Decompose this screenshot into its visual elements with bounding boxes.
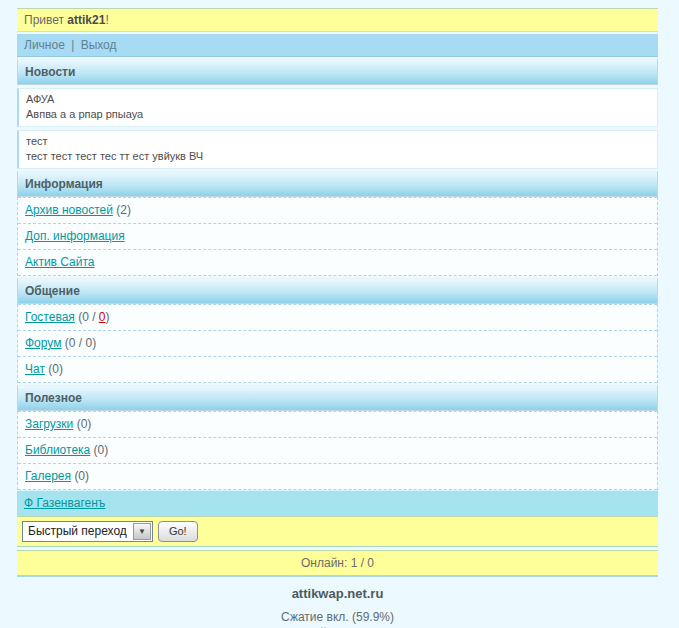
section-header-info: Информация — [17, 171, 658, 197]
link-site-activity[interactable]: Актив Сайта — [25, 255, 95, 269]
news-text: Авпва а а рпар рпыауа — [26, 107, 650, 122]
nav-link-logout[interactable]: Выход — [81, 38, 117, 52]
menu-row: Галерея (0) — [18, 464, 657, 490]
link-extra-info[interactable]: Доп. информация — [25, 229, 125, 243]
menu-row: Доп. информация — [18, 224, 657, 250]
count-badge: (0) — [74, 469, 89, 483]
chevron-down-icon[interactable]: ▼ — [133, 523, 151, 540]
count-badge: (2) — [116, 203, 131, 217]
count-prefix: (0 / — [78, 310, 99, 324]
online-counter-bar: Онлайн: 1 / 0 — [17, 550, 658, 577]
link-forum[interactable]: Форум — [25, 336, 61, 350]
menu-row: Архив новостей (2) — [18, 197, 657, 224]
menu-row: Форум (0 / 0) — [18, 331, 657, 357]
greeting-prefix: Привет — [24, 13, 64, 27]
news-text: тест тест тест тес тт ест увйукв ВЧ — [26, 149, 650, 164]
community-menu: Гостевая (0 / 0) Форум (0 / 0) Чат (0) — [17, 304, 658, 383]
user-nav-bar: Личное | Выход — [17, 34, 658, 57]
menu-row: Актив Сайта — [18, 250, 657, 276]
section-header-community: Общение — [17, 278, 658, 304]
link-downloads[interactable]: Загрузки — [25, 417, 73, 431]
useful-menu: Загрузки (0) Библиотека (0) Галерея (0) — [17, 411, 658, 490]
news-title: АФУА — [26, 92, 650, 107]
menu-row: Гостевая (0 / 0) — [18, 304, 657, 331]
count-badge: (0) — [77, 417, 92, 431]
link-gazenvagen[interactable]: Ф Газенвагенъ — [24, 496, 105, 510]
greeting-suffix: ! — [105, 13, 108, 27]
compression-status: Сжатие вкл. (59.9%) — [17, 609, 658, 625]
count-badge: (0) — [94, 443, 109, 457]
menu-row: Чат (0) — [18, 357, 657, 383]
menu-row: Загрузки (0) — [18, 411, 657, 438]
quick-jump-bar: Быстрый переход ▼ Go! — [17, 516, 658, 547]
link-library[interactable]: Библиотека — [25, 443, 90, 457]
news-title: тест — [26, 134, 650, 149]
quick-jump-select[interactable]: Быстрый переход ▼ — [22, 521, 153, 542]
link-guestbook[interactable]: Гостевая — [25, 310, 75, 324]
site-name: attikwap.net.ru — [17, 586, 658, 602]
username: attik21 — [67, 13, 105, 27]
link-gallery[interactable]: Галерея — [25, 469, 71, 483]
quick-jump-selected-value: Быстрый переход — [23, 522, 132, 541]
info-menu: Архив новостей (2) Доп. информация Актив… — [17, 197, 658, 276]
greeting-bar: Привет attik21! — [17, 8, 658, 32]
section-header-useful: Полезное — [17, 385, 658, 411]
nav-link-personal[interactable]: Личное — [24, 38, 65, 52]
count-badge: (0) — [48, 362, 63, 376]
count-suffix: ) — [106, 310, 110, 324]
section-header-news: Новости — [17, 59, 658, 85]
link-news-archive[interactable]: Архив новостей — [25, 203, 113, 217]
extra-link-row: Ф Газенвагенъ — [17, 490, 658, 516]
go-button[interactable]: Go! — [158, 521, 198, 542]
nav-separator: | — [71, 38, 74, 52]
link-chat[interactable]: Чат — [25, 362, 45, 376]
count-badge: (0 / 0) — [65, 336, 96, 350]
footer: attikwap.net.ru Сжатие вкл. (59.9%) В он… — [17, 586, 658, 628]
news-item: АФУА Авпва а а рпар рпыауа — [17, 88, 658, 127]
news-item: тест тест тест тест тес тт ест увйукв ВЧ — [17, 130, 658, 169]
link-guestbook-new-count[interactable]: 0 — [99, 310, 106, 324]
menu-row: Библиотека (0) — [18, 438, 657, 464]
page-container: Привет attik21! Личное | Выход Новости А… — [17, 8, 658, 628]
